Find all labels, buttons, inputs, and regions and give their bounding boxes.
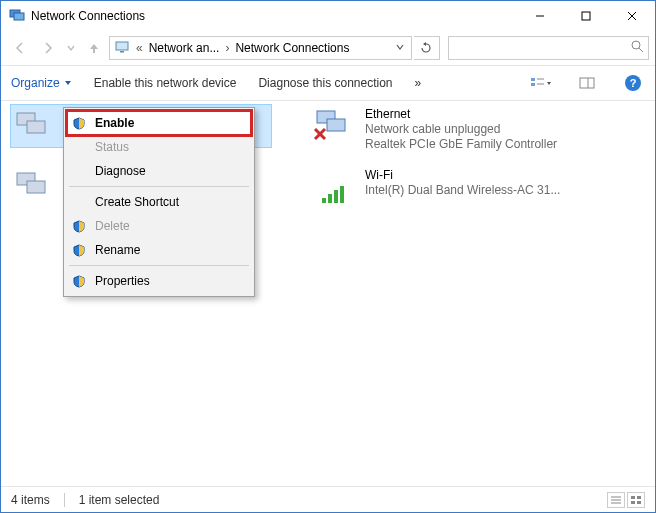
close-button[interactable] [609, 1, 655, 31]
app-icon [9, 7, 25, 26]
adapter-item[interactable]: Wi-Fi Intel(R) Dual Band Wireless-AC 31.… [311, 166, 571, 208]
svg-rect-3 [582, 12, 590, 20]
svg-rect-6 [116, 42, 128, 50]
breadcrumb[interactable]: « Network an... › Network Connections [109, 36, 412, 60]
svg-rect-20 [27, 181, 45, 193]
wifi-signal-icon [313, 168, 357, 206]
svg-rect-10 [531, 78, 535, 81]
network-adapter-icon [13, 167, 57, 205]
view-options-button[interactable] [529, 71, 553, 95]
up-button[interactable] [81, 35, 107, 61]
svg-rect-27 [334, 190, 338, 203]
chevron-icon: « [134, 41, 145, 55]
svg-line-9 [639, 48, 643, 52]
shield-icon [71, 275, 87, 288]
context-create-shortcut[interactable]: Create Shortcut [67, 190, 251, 214]
context-diagnose-label: Diagnose [95, 164, 146, 178]
statusbar: 4 items 1 item selected [1, 486, 655, 512]
svg-rect-25 [322, 198, 326, 203]
help-button[interactable]: ? [621, 71, 645, 95]
adapter-name: Wi-Fi [365, 168, 560, 183]
minimize-button[interactable] [517, 1, 563, 31]
history-dropdown[interactable] [63, 35, 79, 61]
search-icon [631, 40, 644, 56]
shield-icon [71, 244, 87, 257]
divider [64, 493, 65, 507]
svg-rect-28 [340, 186, 344, 203]
context-enable[interactable]: Enable [67, 111, 251, 135]
titlebar: Network Connections [1, 1, 655, 31]
svg-rect-14 [580, 78, 594, 88]
adapter-device: Realtek PCIe GbE Family Controller [365, 137, 557, 152]
context-rename-label: Rename [95, 243, 140, 257]
navbar: « Network an... › Network Connections [1, 31, 655, 65]
maximize-button[interactable] [563, 1, 609, 31]
shield-icon [71, 220, 87, 233]
chevron-down-icon[interactable] [393, 41, 407, 55]
adapter-name: Ethernet [365, 107, 557, 122]
context-properties[interactable]: Properties [67, 269, 251, 293]
svg-rect-35 [637, 501, 641, 504]
enable-device-label: Enable this network device [94, 76, 237, 90]
menu-separator [69, 186, 249, 187]
organize-menu[interactable]: Organize [11, 76, 72, 90]
refresh-button[interactable] [414, 36, 440, 60]
back-button[interactable] [7, 35, 33, 61]
svg-rect-32 [631, 496, 635, 499]
context-status-label: Status [95, 140, 129, 154]
context-properties-label: Properties [95, 274, 150, 288]
monitor-icon [114, 39, 130, 58]
help-icon: ? [625, 75, 641, 91]
enable-device-button[interactable]: Enable this network device [94, 76, 237, 90]
svg-rect-22 [327, 119, 345, 131]
context-status: Status [67, 135, 251, 159]
context-create-shortcut-label: Create Shortcut [95, 195, 179, 209]
details-view-button[interactable] [607, 492, 625, 508]
network-adapter-icon [313, 107, 357, 145]
svg-rect-26 [328, 194, 332, 203]
adapter-status: Network cable unplugged [365, 122, 557, 137]
search-input[interactable] [453, 40, 631, 56]
svg-rect-33 [637, 496, 641, 499]
svg-rect-34 [631, 501, 635, 504]
breadcrumb-part[interactable]: Network Connections [235, 41, 349, 55]
diagnose-connection-button[interactable]: Diagnose this connection [258, 76, 392, 90]
context-delete: Delete [67, 214, 251, 238]
breadcrumb-part[interactable]: Network an... [149, 41, 220, 55]
network-adapter-icon [13, 107, 57, 145]
shield-icon [71, 117, 87, 130]
chevron-right-icon: › [223, 41, 231, 55]
adapter-device: Intel(R) Dual Band Wireless-AC 31... [365, 183, 560, 198]
organize-label: Organize [11, 76, 60, 90]
adapter-item[interactable]: Ethernet Network cable unplugged Realtek… [311, 105, 571, 154]
context-diagnose[interactable]: Diagnose [67, 159, 251, 183]
context-menu: Enable Status Diagnose Create Shortcut D… [63, 107, 255, 297]
diagnose-label: Diagnose this connection [258, 76, 392, 90]
svg-rect-7 [120, 51, 124, 53]
context-delete-label: Delete [95, 219, 130, 233]
selection-count: 1 item selected [79, 493, 160, 507]
svg-rect-11 [531, 83, 535, 86]
more-commands-button[interactable]: » [415, 76, 422, 90]
context-rename[interactable]: Rename [67, 238, 251, 262]
preview-pane-button[interactable] [575, 71, 599, 95]
forward-button[interactable] [35, 35, 61, 61]
window-title: Network Connections [31, 9, 517, 23]
svg-rect-17 [27, 121, 45, 133]
svg-point-8 [632, 41, 640, 49]
command-bar: Organize Enable this network device Diag… [1, 66, 655, 100]
search-box[interactable] [448, 36, 649, 60]
svg-rect-1 [14, 13, 24, 20]
context-enable-label: Enable [95, 116, 134, 130]
chevron-more-icon: » [415, 76, 422, 90]
icons-view-button[interactable] [627, 492, 645, 508]
item-count: 4 items [11, 493, 50, 507]
menu-separator [69, 265, 249, 266]
